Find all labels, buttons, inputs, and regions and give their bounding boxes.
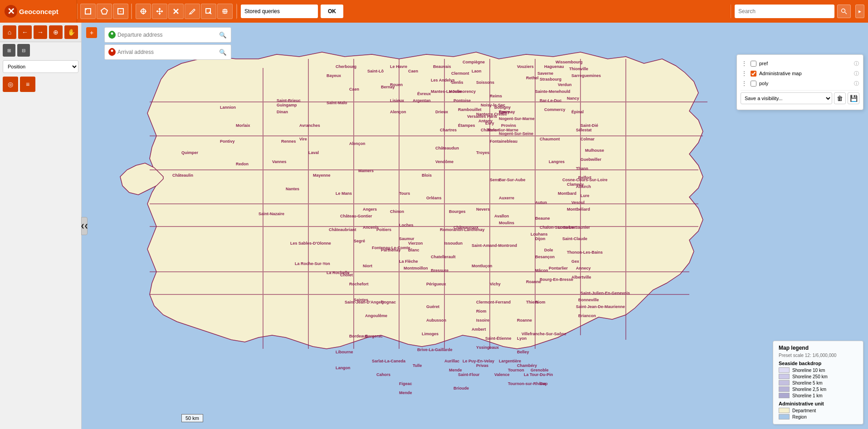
svg-text:Avallon: Avallon xyxy=(494,214,509,218)
svg-text:Issoudun: Issoudun xyxy=(444,241,463,246)
admin-map-menu-icon[interactable]: ⋮ xyxy=(741,70,748,77)
select-extend-button[interactable]: + xyxy=(113,4,128,19)
svg-text:Évry: Évry xyxy=(485,121,494,125)
search-button[interactable] xyxy=(837,5,851,18)
svg-text:Louhans: Louhans xyxy=(531,232,548,236)
map-legend-title: Map legend xyxy=(779,345,858,351)
pref-info-icon[interactable]: ⓘ xyxy=(853,60,859,67)
svg-text:Soissons: Soissons xyxy=(476,80,494,85)
departure-search-button[interactable]: 🔍 xyxy=(218,30,227,39)
collapse-sidebar-button[interactable]: ❮❮ xyxy=(81,217,88,235)
poly-label: poly xyxy=(759,81,850,86)
arrival-row: 🔍 xyxy=(104,44,231,60)
svg-text:Pontarlier: Pontarlier xyxy=(549,266,568,270)
forward-button[interactable]: → xyxy=(34,25,47,39)
svg-text:Bernay: Bernay xyxy=(381,85,395,89)
draw-drag-button[interactable] xyxy=(217,4,233,19)
svg-text:Montmoillon: Montmoillon xyxy=(404,266,428,270)
draw-edit-button[interactable] xyxy=(185,4,200,19)
zoom-in-button[interactable]: ⊞ xyxy=(3,44,15,57)
svg-text:Châteaudun: Châteaudun xyxy=(435,146,459,150)
svg-text:Besançon: Besançon xyxy=(535,255,555,259)
layer-buttons: ◎ ≡ xyxy=(0,75,81,94)
svg-point-230 xyxy=(111,50,113,52)
admin-map-layer-row: ⋮ Administrative map ⓘ xyxy=(741,68,859,78)
svg-text:Mende: Mende xyxy=(449,368,462,372)
back-button[interactable]: ← xyxy=(18,25,32,39)
svg-text:Saumur: Saumur xyxy=(399,236,414,241)
svg-text:Le Puy-En-Velay: Le Puy-En-Velay xyxy=(463,359,494,363)
locate-button[interactable]: ⊕ xyxy=(49,25,63,39)
svg-text:Vesoul: Vesoul xyxy=(571,200,585,205)
legend-color-shoreline5 xyxy=(779,380,790,386)
arrival-search-button[interactable]: 🔍 xyxy=(218,48,227,57)
svg-text:Gex: Gex xyxy=(571,259,579,264)
search-input[interactable] xyxy=(735,5,834,18)
select-poly-button[interactable] xyxy=(97,4,112,19)
draw-select-button[interactable] xyxy=(201,4,216,19)
delete-visibility-button[interactable]: 🗑 xyxy=(834,92,846,104)
sidebar: ⌂ ← → ⊕ ✋ ⊞ ⊟ Position ◎ ≡ ❮❮ xyxy=(0,23,82,429)
draw-point-button[interactable] xyxy=(136,4,151,19)
svg-text:Villefranche-Sur-Saône: Villefranche-Sur-Saône xyxy=(522,332,566,336)
departure-input[interactable] xyxy=(117,32,216,38)
layers-button[interactable]: ≡ xyxy=(20,77,35,92)
select-rect-button[interactable] xyxy=(80,4,96,19)
pref-checkbox[interactable] xyxy=(751,61,756,67)
svg-text:Issoire: Issoire xyxy=(476,318,489,323)
zoom-out-button[interactable]: ⊟ xyxy=(17,44,30,57)
admin-map-label: Administrative map xyxy=(759,71,850,76)
position-select[interactable]: Position xyxy=(3,60,78,73)
poly-info-icon[interactable]: ⓘ xyxy=(853,80,859,87)
legend-item-department: Department xyxy=(779,408,858,413)
stored-queries-select[interactable]: Stored queries xyxy=(241,5,318,18)
map-legend-preset: Preset scale 12: 1/6,000,000 xyxy=(779,353,858,358)
svg-text:Fontainebleau: Fontainebleau xyxy=(490,139,517,144)
admin-map-info-icon[interactable]: ⓘ xyxy=(853,70,859,77)
svg-text:Yssingeaux: Yssingeaux xyxy=(476,345,499,350)
map-expand-button[interactable]: + xyxy=(86,27,97,38)
arrival-input[interactable] xyxy=(117,49,216,55)
ok-button[interactable]: OK xyxy=(321,5,343,18)
poly-checkbox[interactable] xyxy=(751,81,756,87)
svg-text:Caen: Caen xyxy=(349,87,359,92)
logo-text: Geoconcept xyxy=(19,8,59,15)
pref-menu-icon[interactable]: ⋮ xyxy=(741,60,748,67)
svg-text:Caen: Caen xyxy=(408,69,418,73)
draw-move-button[interactable] xyxy=(152,4,167,19)
svg-text:Tulle: Tulle xyxy=(413,363,422,368)
save-visibility-select[interactable]: Save a visibility... xyxy=(741,92,832,104)
svg-text:Nantes: Nantes xyxy=(286,187,299,191)
locate-layer-button[interactable]: ◎ xyxy=(3,77,18,92)
svg-text:Bressure: Bressure xyxy=(431,268,449,273)
svg-text:Autun: Autun xyxy=(535,200,547,205)
map[interactable]: Saint-Brieuc Morlaix Quimper Châteaulin … xyxy=(82,23,868,429)
svg-text:Melun: Melun xyxy=(488,128,499,132)
svg-text:Vouziers: Vouziers xyxy=(517,64,534,69)
svg-marker-2 xyxy=(101,8,107,14)
poly-menu-icon[interactable]: ⋮ xyxy=(741,80,748,87)
draw-delete-button[interactable] xyxy=(168,4,184,19)
svg-text:Saint-Brieuc: Saint-Brieuc xyxy=(277,98,301,103)
svg-text:Étampes: Étampes xyxy=(458,123,475,128)
svg-text:Belfort: Belfort xyxy=(578,175,591,180)
svg-text:Verdun: Verdun xyxy=(558,82,572,87)
svg-text:Chambéry: Chambéry xyxy=(517,363,537,368)
svg-text:Laon: Laon xyxy=(472,69,482,73)
svg-text:Riom: Riom xyxy=(476,309,487,313)
svg-text:Angers: Angers xyxy=(363,207,377,212)
svg-text:Haguenau: Haguenau xyxy=(544,64,564,69)
toolbar-draw xyxy=(132,4,237,19)
svg-text:Rennes: Rennes xyxy=(281,139,296,144)
legend-color-region xyxy=(779,414,790,419)
svg-text:Saint-Nazaire: Saint-Nazaire xyxy=(258,212,284,216)
svg-text:Saverne: Saverne xyxy=(537,71,553,76)
home-button[interactable]: ⌂ xyxy=(3,25,16,39)
save-visibility-button[interactable]: 💾 xyxy=(848,92,859,104)
hand-tool-button[interactable]: ✋ xyxy=(64,25,78,39)
svg-text:Mâcon: Mâcon xyxy=(535,268,548,273)
collapse-right-button[interactable]: ▸ xyxy=(855,5,864,18)
admin-map-checkbox[interactable] xyxy=(751,71,756,77)
save-visibility-row: Save a visibility... 🗑 💾 xyxy=(741,90,859,106)
svg-text:Colmar: Colmar xyxy=(580,137,595,141)
